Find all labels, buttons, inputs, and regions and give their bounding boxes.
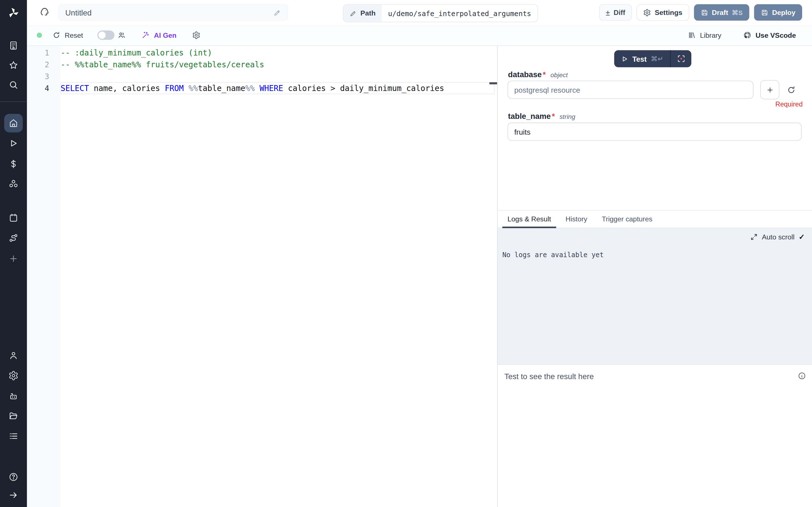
github-icon [743, 31, 751, 39]
plus-minus-icon: ± [606, 8, 610, 17]
result-placeholder: Test to see the result here [504, 372, 594, 381]
library-icon [688, 31, 696, 39]
collab-toggle[interactable] [98, 31, 115, 40]
ai-gen-button[interactable]: AI Gen [142, 31, 176, 39]
line-number: 1 [27, 48, 49, 57]
sidebar-item-folders[interactable] [8, 411, 18, 421]
test-shortcut: ⌘↵ [651, 55, 663, 63]
table-name-field-label: table_name [508, 112, 551, 121]
status-dot [37, 33, 42, 38]
deploy-button[interactable]: Deploy [754, 4, 802, 21]
draft-shortcut: ⌘S [732, 8, 743, 16]
path-value: u/demo/safe_interpolated_arguments [382, 5, 538, 22]
overview-ruler-cursor [490, 82, 497, 84]
sidebar [0, 0, 27, 507]
save-icon [700, 8, 708, 16]
sidebar-item-create[interactable] [8, 253, 18, 264]
settings-button[interactable]: Settings [637, 4, 689, 21]
logs-empty-message: No logs are available yet [502, 251, 604, 259]
gear-icon [644, 8, 651, 16]
database-field-label: database [508, 70, 542, 78]
path-label: Path [360, 9, 375, 17]
code-line: 2 -- %%table_name%% fruits/vegetables/ce… [27, 59, 497, 70]
info-icon[interactable] [798, 372, 806, 380]
tab-history[interactable]: History [560, 211, 592, 228]
code-line: 3 [27, 70, 497, 82]
sidebar-item-resources[interactable] [8, 179, 18, 189]
auto-scroll-check-icon[interactable]: ✓ [799, 233, 805, 241]
test-panel: Test ⌘↵ database* object [497, 46, 812, 507]
people-icon [117, 31, 126, 39]
required-note: Required [775, 100, 803, 108]
app-window: Untitled Path u/demo/safe_interpolated_a… [0, 0, 812, 507]
sidebar-item-favorites[interactable] [8, 60, 18, 70]
sidebar-item-audit-logs[interactable] [8, 431, 18, 441]
library-button[interactable]: Library [688, 31, 721, 39]
required-asterisk: * [552, 112, 555, 121]
editor-toolbar: Reset AI Gen Library Use VScode [27, 25, 812, 46]
test-button[interactable]: Test ⌘↵ [614, 50, 670, 67]
main-area: Untitled Path u/demo/safe_interpolated_a… [27, 0, 812, 507]
code-editor[interactable]: 1 -- :daily_minimum_calories (int) 2 -- … [27, 46, 497, 507]
capture-test-button[interactable] [671, 50, 691, 67]
editor-settings-gear-icon[interactable] [192, 31, 200, 39]
line-number: 2 [27, 60, 49, 68]
sidebar-item-users[interactable] [8, 350, 18, 360]
auto-scroll-label[interactable]: Auto scroll [762, 233, 795, 241]
sidebar-item-home[interactable] [4, 114, 23, 132]
required-asterisk: * [543, 70, 546, 78]
expand-icon[interactable] [751, 233, 758, 240]
sidebar-item-workspace[interactable] [8, 40, 18, 51]
table-name-input[interactable] [507, 122, 802, 140]
sidebar-item-variables[interactable] [8, 159, 18, 169]
edit-name-pencil-icon [273, 8, 282, 16]
sidebar-expand-icon[interactable] [8, 490, 18, 500]
diff-button[interactable]: ± Diff [599, 4, 632, 21]
save-icon [761, 8, 769, 16]
code-line-active: 4 SELECT name, calories FROM %%table_nam… [27, 82, 497, 94]
wand-sparkles-icon [142, 31, 150, 39]
sidebar-item-help[interactable] [8, 472, 18, 482]
refresh-resources-button[interactable] [786, 85, 796, 94]
line-number: 4 [27, 84, 49, 92]
refresh-icon [52, 31, 61, 39]
path-pencil-icon [350, 10, 357, 17]
path-button[interactable]: Path u/demo/safe_interpolated_arguments [343, 4, 538, 22]
sidebar-item-flows[interactable] [8, 233, 18, 243]
add-resource-button[interactable] [760, 80, 779, 100]
reset-button[interactable]: Reset [52, 31, 83, 39]
toggle-knob [98, 32, 106, 39]
sidebar-item-schedules[interactable] [8, 213, 18, 223]
postgresql-icon [39, 7, 50, 18]
result-area: Test to see the result here [498, 365, 812, 507]
script-name: Untitled [65, 8, 273, 17]
tab-logs-result[interactable]: Logs & Result [502, 211, 556, 228]
sidebar-divider [0, 101, 27, 102]
scan-capture-icon [677, 54, 686, 63]
test-button-group: Test ⌘↵ [614, 50, 691, 67]
use-vscode-button[interactable]: Use VScode [743, 31, 796, 39]
windmill-logo-icon[interactable] [7, 6, 20, 20]
table-name-field-type: string [559, 113, 575, 121]
sidebar-item-search[interactable] [8, 80, 18, 90]
sidebar-item-runs[interactable] [8, 138, 18, 149]
plus-icon [766, 86, 774, 94]
script-name-input[interactable]: Untitled [58, 4, 289, 21]
tab-trigger-captures[interactable]: Trigger captures [597, 211, 658, 228]
sidebar-item-workers[interactable] [8, 391, 18, 402]
draft-button[interactable]: Draft ⌘S [694, 4, 749, 21]
line-number: 3 [27, 72, 49, 80]
top-bar: Untitled Path u/demo/safe_interpolated_a… [27, 0, 812, 25]
database-field-type: object [550, 71, 567, 78]
sidebar-item-settings[interactable] [8, 371, 18, 381]
logs-area: Auto scroll ✓ No logs are available yet [498, 228, 812, 365]
code-line: 1 -- :daily_minimum_calories (int) [27, 47, 497, 58]
result-tabs: Logs & Result History Trigger captures [498, 210, 812, 228]
editor-gutter [27, 46, 61, 507]
database-input[interactable] [507, 81, 753, 99]
play-icon [621, 55, 628, 62]
